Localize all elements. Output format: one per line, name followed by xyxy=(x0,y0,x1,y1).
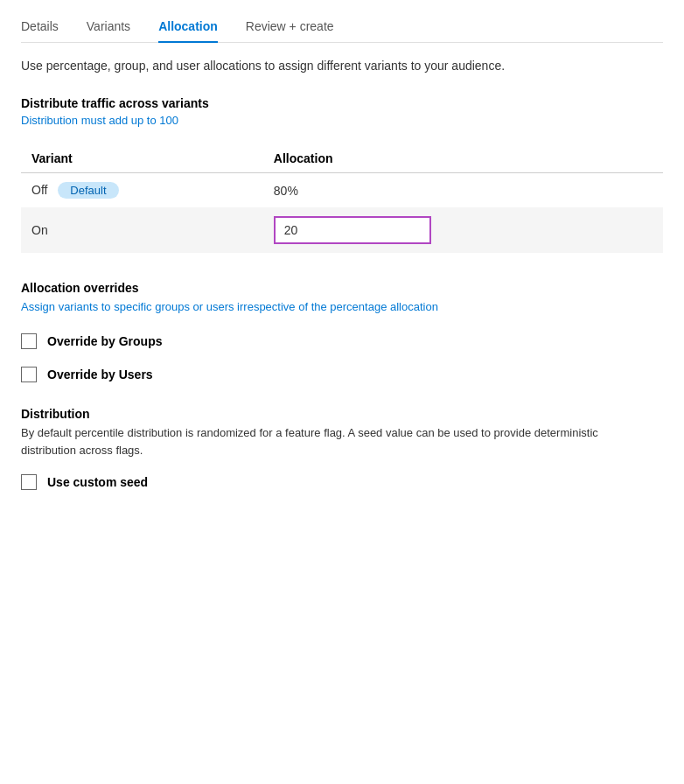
tab-review-create[interactable]: Review + create xyxy=(246,10,334,42)
variant-on-cell: On xyxy=(21,207,263,253)
variant-off-cell: Off Default xyxy=(21,173,263,208)
override-groups-row: Override by Groups xyxy=(21,333,663,349)
variant-off-label: Off xyxy=(31,183,47,197)
variant-on-label: On xyxy=(31,223,48,237)
custom-seed-checkbox[interactable] xyxy=(21,474,37,490)
distribution-title: Distribution xyxy=(21,407,663,421)
page-description: Use percentage, group, and user allocati… xyxy=(21,57,663,75)
tab-details[interactable]: Details xyxy=(21,10,59,42)
override-users-checkbox[interactable] xyxy=(21,367,37,382)
distribution-description: By default percentile distribution is ra… xyxy=(21,424,616,461)
overrides-title: Allocation overrides xyxy=(21,281,663,295)
tab-variants[interactable]: Variants xyxy=(87,10,130,42)
variant-table: Variant Allocation Off Default 80% On xyxy=(21,144,663,253)
custom-seed-row: Use custom seed xyxy=(21,474,663,490)
overrides-section: Allocation overrides Assign variants to … xyxy=(21,281,663,382)
traffic-subtitle: Distribution must add up to 100 xyxy=(21,114,663,127)
tab-allocation[interactable]: Allocation xyxy=(158,10,218,42)
overrides-description: Assign variants to specific groups or us… xyxy=(21,298,663,316)
col-variant: Variant xyxy=(21,144,263,173)
override-groups-label: Override by Groups xyxy=(47,334,162,348)
table-row: On xyxy=(21,207,663,253)
default-badge: Default xyxy=(58,182,118,199)
allocation-off-value: 80% xyxy=(274,184,298,198)
override-groups-checkbox[interactable] xyxy=(21,333,37,349)
col-allocation: Allocation xyxy=(263,144,663,173)
distribution-section: Distribution By default percentile distr… xyxy=(21,407,663,491)
allocation-off-cell: 80% xyxy=(263,173,663,208)
table-row: Off Default 80% xyxy=(21,173,663,208)
allocation-on-input[interactable] xyxy=(274,216,431,244)
tab-bar: Details Variants Allocation Review + cre… xyxy=(21,0,663,43)
override-users-row: Override by Users xyxy=(21,367,663,382)
traffic-section: Distribute traffic across variants Distr… xyxy=(21,96,663,253)
override-users-label: Override by Users xyxy=(47,368,153,382)
allocation-on-cell xyxy=(263,207,663,253)
custom-seed-label: Use custom seed xyxy=(47,475,148,489)
traffic-title: Distribute traffic across variants xyxy=(21,96,663,110)
